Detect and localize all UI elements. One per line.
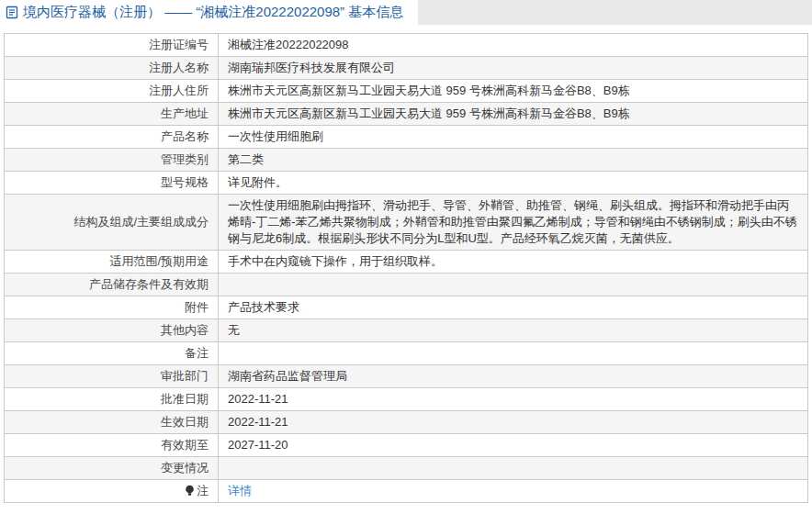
table-row: 附件产品技术要求 [5,296,808,319]
row-label-text: 有效期至 [161,438,209,452]
row-label-text: 适用范围/预期用途 [109,254,209,268]
row-value-text: 2022-11-21 [228,415,288,429]
row-label-text: 生产地址 [161,106,209,120]
table-row: 管理类别第二类 [5,149,808,172]
table-row: 适用范围/预期用途手术中在内窥镜下操作，用于组织取样。 [5,251,808,274]
row-label: 产品储存条件及有效期 [5,274,219,296]
table-row: 注册证编号湘械注准20222022098 [5,34,808,57]
row-value: 产品技术要求 [219,296,808,319]
page-title-tab: 境内医疗器械（注册） —— “湘械注准20222022098” 基本信息 [0,0,418,25]
row-value: 株洲市天元区高新区新马工业园天易大道 959 号株洲高科新马金谷B8、B9栋 [219,103,808,126]
row-label-text: 附件 [185,300,209,314]
row-label-text: 其他内容 [161,323,209,337]
row-value-text: 产品技术要求 [228,300,299,314]
table-row: 注册人名称湖南瑞邦医疗科技发展有限公司 [5,57,808,80]
table-row: 注详情 [5,480,808,503]
row-label-text: 变更情况 [161,461,209,475]
row-label-text: 结构及组成/主要组成成分 [73,215,209,229]
page-title: 境内医疗器械（注册） —— “湘械注准20222022098” 基本信息 [23,4,403,21]
table-row: 生产地址株洲市天元区高新区新马工业园天易大道 959 号株洲高科新马金谷B8、B… [5,103,808,126]
row-value-text: 一次性使用细胞刷 [228,129,323,143]
bulb-icon [185,485,195,497]
table-row: 型号规格详见附件。 [5,172,808,195]
row-value-text: 湘械注准20222022098 [228,38,349,51]
row-label-text: 备注 [185,346,209,360]
row-value-text: 湖南省药品监督管理局 [228,369,347,383]
table-row: 产品名称一次性使用细胞刷 [5,126,808,149]
row-label: 管理类别 [5,149,219,172]
row-value-text: 手术中在内窥镜下操作，用于组织取样。 [228,254,443,268]
registration-info-table: 注册证编号湘械注准20222022098注册人名称湖南瑞邦医疗科技发展有限公司注… [4,33,808,503]
row-value: 详见附件。 [219,172,808,195]
table-row: 结构及组成/主要组成成分一次性使用细胞刷由拇指环、滑动把手、导管、外鞘管、助推管… [5,195,808,251]
table-row: 备注 [5,342,808,365]
row-label: 注册人住所 [5,80,219,103]
row-value: 无 [219,319,808,342]
row-label-text: 批准日期 [161,392,209,406]
row-value: 湘械注准20222022098 [219,34,808,57]
row-label-text: 审批部门 [161,369,209,383]
row-label-text: 注册人住所 [149,84,209,97]
row-value [219,274,808,296]
row-value-text: 无 [228,323,240,337]
row-label: 审批部门 [5,365,219,388]
row-value: 手术中在内窥镜下操作，用于组织取样。 [219,251,808,274]
row-value-text: 2022-11-21 [228,392,288,406]
row-value: 2022-11-21 [219,388,808,411]
table-row: 审批部门湖南省药品监督管理局 [5,365,808,388]
row-label-text: 产品储存条件及有效期 [89,277,209,291]
row-label-text: 注 [197,484,209,497]
row-label: 注 [5,480,219,503]
row-label: 有效期至 [5,434,219,457]
row-label: 适用范围/预期用途 [5,251,219,274]
table-row: 有效期至2027-11-20 [5,434,808,457]
row-label-text: 注册人名称 [149,61,209,74]
row-value-text: 湖南瑞邦医疗科技发展有限公司 [228,61,395,74]
row-label: 生产地址 [5,103,219,126]
table-row: 注册人住所株洲市天元区高新区新马工业园天易大道 959 号株洲高科新马金谷B8、… [5,80,808,103]
row-value-text: 株洲市天元区高新区新马工业园天易大道 959 号株洲高科新马金谷B8、B9栋 [228,106,630,120]
row-value [219,457,808,480]
document-icon [6,6,18,19]
row-value: 一次性使用细胞刷由拇指环、滑动把手、导管、外鞘管、助推管、钢绳、刷头组成。拇指环… [219,195,808,251]
row-value-text: 株洲市天元区高新区新马工业园天易大道 959 号株洲高科新马金谷B8、B9栋 [228,84,630,97]
row-label: 型号规格 [5,172,219,195]
row-label: 产品名称 [5,126,219,149]
row-label: 注册证编号 [5,34,219,57]
row-label: 附件 [5,296,219,319]
row-label: 注册人名称 [5,57,219,80]
row-value: 湖南省药品监督管理局 [219,365,808,388]
table-row: 生效日期2022-11-21 [5,411,808,434]
table-row: 变更情况 [5,457,808,480]
header-bar: 境内医疗器械（注册） —— “湘械注准20222022098” 基本信息 [0,0,812,25]
row-label-text: 产品名称 [161,129,209,143]
row-value-text: 详见附件。 [228,175,288,189]
row-value-text: 第二类 [228,152,264,166]
row-label: 变更情况 [5,457,219,480]
row-value: 湖南瑞邦医疗科技发展有限公司 [219,57,808,80]
row-label: 其他内容 [5,319,219,342]
row-label: 结构及组成/主要组成成分 [5,195,219,251]
row-value: 一次性使用细胞刷 [219,126,808,149]
row-value-text: 2027-11-20 [228,438,288,452]
row-label: 批准日期 [5,388,219,411]
row-label: 生效日期 [5,411,219,434]
row-label-text: 生效日期 [161,415,209,429]
details-link[interactable]: 详情 [228,484,252,497]
table-row: 产品储存条件及有效期 [5,274,808,296]
table-row: 其他内容无 [5,319,808,342]
row-value: 株洲市天元区高新区新马工业园天易大道 959 号株洲高科新马金谷B8、B9栋 [219,80,808,103]
row-value: 详情 [219,480,808,503]
row-value-text: 一次性使用细胞刷由拇指环、滑动把手、导管、外鞘管、助推管、钢绳、刷头组成。拇指环… [228,198,797,245]
row-label-text: 型号规格 [161,175,209,189]
row-value [219,342,808,365]
table-row: 批准日期2022-11-21 [5,388,808,411]
row-label: 备注 [5,342,219,365]
row-value: 2027-11-20 [219,434,808,457]
row-value: 2022-11-21 [219,411,808,434]
row-value: 第二类 [219,149,808,172]
row-label-text: 管理类别 [161,152,209,166]
row-label-text: 注册证编号 [149,38,209,51]
